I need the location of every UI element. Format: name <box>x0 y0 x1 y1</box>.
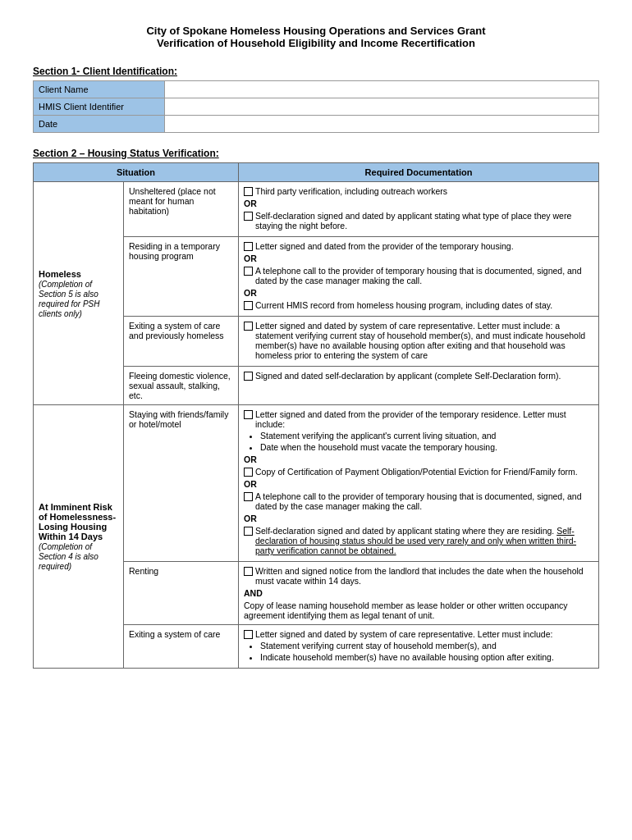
checkbox-item[interactable]: Third party verification, including outr… <box>244 186 593 196</box>
checkbox[interactable] <box>244 527 253 536</box>
page-title: City of Spokane Homeless Housing Operati… <box>33 25 599 49</box>
table-row: Client Name <box>34 81 599 98</box>
section1-header: Section 1- Client Identification: <box>33 66 599 77</box>
checkbox[interactable] <box>244 212 253 221</box>
title-line1: City of Spokane Homeless Housing Operati… <box>33 25 599 37</box>
checkbox-item[interactable]: Letter signed and dated by system of car… <box>244 629 593 639</box>
checkbox-label: A telephone call to the provider of temp… <box>255 266 593 285</box>
checkbox[interactable] <box>244 267 253 276</box>
checkbox[interactable] <box>244 410 253 419</box>
doc-cell: Letter signed and dated from the provide… <box>239 237 599 317</box>
checkbox-label: Third party verification, including outr… <box>255 186 447 196</box>
doc-sublist: Statement verifying current stay of hous… <box>260 641 593 662</box>
checkbox-label: Copy of Certification of Payment Obligat… <box>255 467 578 477</box>
checkbox-item[interactable]: Self-declaration signed and dated by app… <box>244 526 593 555</box>
doc-cell: Third party verification, including outr… <box>239 182 599 237</box>
checkbox-item[interactable]: Letter signed and dated from the provide… <box>244 241 593 251</box>
checkbox-item[interactable]: Current HMIS record from homeless housin… <box>244 300 593 310</box>
or-label: OR <box>244 253 593 263</box>
checkbox-item[interactable]: Letter signed and dated by system of car… <box>244 321 593 360</box>
or-label: OR <box>244 199 593 208</box>
checkbox[interactable] <box>244 630 253 639</box>
checkbox[interactable] <box>244 468 253 477</box>
checkbox-label: Signed and dated self-declaration by app… <box>255 371 561 381</box>
and-label: AND <box>244 588 593 598</box>
checkbox-item[interactable]: Signed and dated self-declaration by app… <box>244 371 593 381</box>
list-item: Date when the household must vacate the … <box>260 442 593 452</box>
checkbox-label: Letter signed and dated from the provide… <box>255 409 593 429</box>
or-label: OR <box>244 514 593 523</box>
field-label: Date <box>34 116 165 133</box>
checkbox-item[interactable]: Copy of Certification of Payment Obligat… <box>244 467 593 477</box>
situation-cell: Staying with friends/family or hotel/mot… <box>124 405 239 562</box>
category-cell: Homeless(Completion of Section 5 is also… <box>34 182 124 405</box>
field-label: Client Name <box>34 81 165 98</box>
field-label: HMIS Client Identifier <box>34 98 165 116</box>
checkbox-item[interactable]: Letter signed and dated from the provide… <box>244 409 593 429</box>
checkbox[interactable] <box>244 187 253 196</box>
checkbox-label: Letter signed and dated from the provide… <box>255 241 514 251</box>
table-row: HMIS Client Identifier <box>34 98 599 116</box>
list-item: Statement verifying current stay of hous… <box>260 641 593 651</box>
situation-cell: Fleeing domestic violence, sexual assaul… <box>124 367 239 405</box>
checkbox-item[interactable]: Self-declaration signed and dated by app… <box>244 211 593 231</box>
checkbox-label: Current HMIS record from homeless housin… <box>255 300 552 310</box>
table-row: At Imminent Risk of Homelessness- Losing… <box>34 405 599 562</box>
section2-header: Section 2 – Housing Status Verification: <box>33 148 599 159</box>
table-row: Date <box>34 116 599 133</box>
or-label: OR <box>244 454 593 464</box>
doc-cell: Letter signed and dated by system of car… <box>239 317 599 367</box>
checkbox[interactable] <box>244 372 253 381</box>
plain-text: Copy of lease naming household member as… <box>244 600 593 620</box>
category-cell: At Imminent Risk of Homelessness- Losing… <box>34 405 124 669</box>
situation-cell: Exiting a system of care <box>124 625 239 669</box>
checkbox-label: Self-declaration signed and dated by app… <box>255 211 593 231</box>
checkbox-item[interactable]: Written and signed notice from the landl… <box>244 566 593 586</box>
doc-cell: Letter signed and dated by system of car… <box>239 625 599 669</box>
or-label: OR <box>244 479 593 489</box>
or-label: OR <box>244 288 593 298</box>
checkbox[interactable] <box>244 492 253 501</box>
title-line2: Verification of Household Eligibility an… <box>33 37 599 49</box>
list-item: Indicate household member(s) have no ava… <box>260 652 593 662</box>
checkbox-item[interactable]: A telephone call to the provider of temp… <box>244 266 593 285</box>
section2-table: Situation Required Documentation Homeles… <box>33 162 599 669</box>
col-documentation: Required Documentation <box>239 163 599 182</box>
checkbox-label: Written and signed notice from the landl… <box>255 566 593 586</box>
situation-cell: Residing in a temporary housing program <box>124 237 239 317</box>
field-value[interactable] <box>165 98 599 116</box>
checkbox-label: Letter signed and dated by system of car… <box>255 629 552 639</box>
checkbox-label: A telephone call to the provider of temp… <box>255 491 593 511</box>
checkbox-label: Letter signed and dated by system of car… <box>255 321 593 360</box>
checkbox-label: Self-declaration signed and dated by app… <box>255 526 593 555</box>
situation-cell: Exiting a system of care and previously … <box>124 317 239 367</box>
table-row: Homeless(Completion of Section 5 is also… <box>34 182 599 237</box>
doc-sublist: Statement verifying the applicant's curr… <box>260 431 593 452</box>
checkbox[interactable] <box>244 301 253 310</box>
doc-cell: Letter signed and dated from the provide… <box>239 405 599 562</box>
checkbox[interactable] <box>244 242 253 251</box>
checkbox[interactable] <box>244 567 253 576</box>
section1-table: Client Name HMIS Client Identifier Date <box>33 80 599 133</box>
checkbox[interactable] <box>244 322 253 331</box>
situation-cell: Renting <box>124 562 239 625</box>
doc-cell: Written and signed notice from the landl… <box>239 562 599 625</box>
doc-cell: Signed and dated self-declaration by app… <box>239 367 599 405</box>
situation-cell: Unsheltered (place not meant for human h… <box>124 182 239 237</box>
col-situation: Situation <box>34 163 239 182</box>
field-value[interactable] <box>165 81 599 98</box>
field-value[interactable] <box>165 116 599 133</box>
checkbox-item[interactable]: A telephone call to the provider of temp… <box>244 491 593 511</box>
list-item: Statement verifying the applicant's curr… <box>260 431 593 441</box>
